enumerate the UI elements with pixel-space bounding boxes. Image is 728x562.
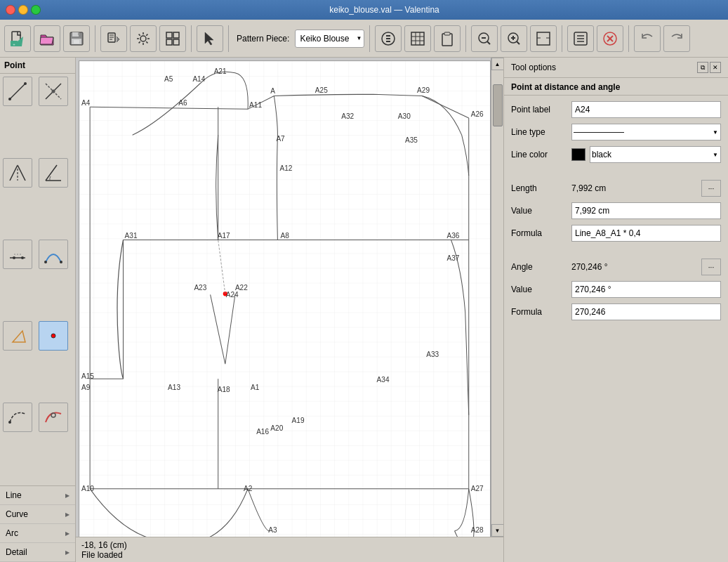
line-point-tool[interactable] [3,77,32,106]
point-label-row: Point label [511,101,721,118]
layout-button[interactable] [159,25,186,52]
svg-text:A23: A23 [194,284,206,292]
tab-arc[interactable]: Arc ▶ [0,524,75,543]
svg-line-52 [18,165,25,181]
minimize-button[interactable] [18,5,28,15]
line-color-label: Line color [511,150,567,159]
vertical-scrollbar[interactable]: ▲ ▼ [491,58,503,549]
bisector-tool[interactable] [3,158,32,188]
point-at-distance-angle-header: Point at distance and angle [504,78,728,96]
svg-line-55 [46,165,57,181]
new-button[interactable]: + [4,25,31,52]
point-label-input[interactable] [571,101,721,118]
angle-value-row: Value [511,281,721,298]
vscroll-down[interactable]: ▼ [491,524,504,537]
line-color-dropdown[interactable]: black [590,146,721,163]
svg-text:A28: A28 [471,526,484,534]
tab-detail-arrow: ▶ [65,549,70,556]
tab-line[interactable]: Line ▶ [0,486,75,505]
panel-float-button[interactable]: ⧉ [697,62,708,73]
length-formula-input[interactable] [571,225,721,242]
length-formula-label: Formula [511,228,567,238]
angle-formula-button[interactable]: ··· [701,259,721,275]
angle-point-tool[interactable] [39,158,68,188]
tab-detail[interactable]: Detail ▶ [0,543,75,562]
svg-text:A34: A34 [377,376,390,384]
svg-text:A16: A16 [256,428,269,436]
svg-text:A37: A37 [446,254,459,262]
panel-close-button[interactable]: ✕ [710,62,721,73]
titlebar: keiko_blouse.val — Valentina [0,0,728,20]
tool-options-title: Tool options [511,63,556,72]
color-swatch [571,148,585,161]
distance-angle-tool[interactable] [39,321,68,351]
angle-formula-label: Formula [511,307,567,317]
svg-point-57 [13,256,15,259]
settings-button[interactable] [567,25,594,52]
toolbar-separator-3 [228,25,229,52]
bottom-tabs: Line ▶ Curve ▶ Arc ▶ Detail ▶ [0,485,75,562]
vscroll-thumb[interactable] [493,84,503,126]
svg-text:A27: A27 [471,485,484,492]
save-button[interactable] [63,25,90,52]
angle-formula-input[interactable] [571,303,721,320]
angle-formula-row: Formula [511,303,721,320]
window-controls[interactable] [6,5,41,15]
cursor-button[interactable] [197,25,223,52]
svg-text:A3: A3 [268,526,277,534]
intersect-tool[interactable] [39,77,68,106]
properties-form: Point label Line type —————— Line color [504,96,728,326]
pattern-svg[interactable]: A A25 A29 A26 A27 A28 A4 A5 A6 A11 A7 A1… [79,61,490,549]
toolbox-header: Point [0,58,75,74]
zoom-fit-button[interactable] [530,25,557,52]
zoom-in-button[interactable] [501,25,527,52]
svg-text:A24: A24 [226,291,239,299]
line-type-dropdown-wrapper[interactable]: —————— [571,124,721,140]
main-area: Point [0,58,728,562]
svg-text:A33: A33 [426,350,439,358]
svg-point-60 [44,261,47,263]
pattern-dropdown[interactable]: Keiko Blouse [295,30,364,48]
open-button[interactable] [34,25,60,52]
pattern-info-button[interactable] [375,25,402,52]
line-color-dropdown-wrapper[interactable]: black [590,146,721,163]
special-intersect-tool[interactable] [39,403,68,432]
line-type-dropdown[interactable]: —————— [571,124,721,140]
triangle-tool[interactable] [3,321,32,351]
close-pattern-button[interactable] [597,25,623,52]
svg-rect-35 [537,32,550,45]
maximize-button[interactable] [31,5,41,15]
toolbar-separator-4 [369,25,370,52]
pattern-canvas-container[interactable]: A A25 A29 A26 A27 A28 A4 A5 A6 A11 A7 A1… [79,60,491,549]
pattern-dropdown-wrapper[interactable]: Keiko Blouse [295,30,364,48]
length-value-row: Value [511,202,721,219]
svg-text:A20: A20 [270,424,283,432]
zoom-out-button[interactable] [471,25,498,52]
svg-point-12 [140,36,146,41]
length-value-input[interactable] [571,202,721,219]
tab-curve[interactable]: Curve ▶ [0,505,75,524]
angle-value-input[interactable] [571,281,721,298]
tool-options-header: Tool options ⧉ ✕ [504,58,728,78]
svg-point-50 [51,90,55,93]
undo-button[interactable] [634,25,661,52]
vscroll-up[interactable]: ▲ [491,58,504,70]
svg-text:A35: A35 [405,136,418,143]
options-button[interactable] [130,25,157,52]
history-button[interactable] [100,25,127,52]
clipboard-button[interactable] [434,25,461,52]
svg-rect-14 [173,32,179,38]
close-button[interactable] [6,5,15,15]
canvas-area: A A25 A29 A26 A27 A28 A4 A5 A6 A11 A7 A1… [76,58,503,562]
redo-button[interactable] [663,25,690,52]
svg-text:A32: A32 [341,112,354,120]
length-formula-button[interactable]: ··· [701,180,721,197]
svg-rect-7 [74,40,79,44]
shoulder-tool[interactable] [39,240,68,269]
dashed-curve-tool[interactable] [3,403,32,432]
svg-text:A: A [270,87,275,95]
along-line-tool[interactable] [3,240,32,269]
section-divider [511,169,721,174]
table-button[interactable] [404,25,431,52]
window-title: keiko_blouse.val — Valentina [46,5,722,15]
